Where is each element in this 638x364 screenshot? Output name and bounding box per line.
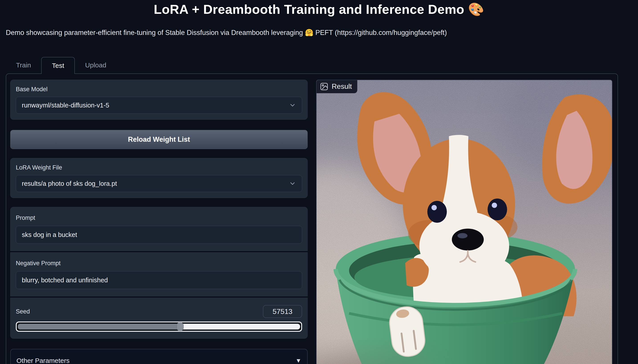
prompt-form: Prompt sks dog in a bucket Negative Prom… xyxy=(10,207,308,339)
result-badge: Result xyxy=(317,80,357,93)
seed-section: Seed xyxy=(10,298,308,339)
page-description: Demo showcasing parameter-efficient fine… xyxy=(6,28,638,37)
accordion-arrow-icon: ▼ xyxy=(295,357,301,364)
result-image[interactable]: Result xyxy=(316,80,612,364)
image-icon xyxy=(320,82,328,90)
chevron-down-icon xyxy=(289,180,296,187)
lora-weight-file-value: results/a photo of sks dog_lora.pt xyxy=(22,180,289,187)
reload-weight-list-button[interactable]: Reload Weight List xyxy=(10,130,308,149)
generated-dog-image xyxy=(317,80,612,364)
page-title: LoRA + Dreambooth Training and Inference… xyxy=(0,0,638,17)
seed-slider-thumb[interactable] xyxy=(177,322,184,331)
seed-slider[interactable] xyxy=(16,322,302,332)
prompt-label: Prompt xyxy=(16,214,302,222)
negative-prompt-label: Negative Prompt xyxy=(16,260,302,267)
tab-bar: Train Test Upload xyxy=(6,56,638,74)
prompt-section: Prompt sks dog in a bucket xyxy=(10,207,308,251)
tab-test[interactable]: Test xyxy=(41,57,75,74)
other-parameters-header[interactable]: Other Parameters ▼ xyxy=(17,357,301,364)
lora-weight-file-label: LoRA Weight File xyxy=(16,164,302,171)
seed-label: Seed xyxy=(16,308,30,315)
seed-slider-track[interactable] xyxy=(18,324,300,330)
base-model-dropdown[interactable]: runwayml/stable-diffusion-v1-5 xyxy=(16,97,302,114)
tab-upload[interactable]: Upload xyxy=(75,57,117,74)
base-model-value: runwayml/stable-diffusion-v1-5 xyxy=(22,102,289,109)
tab-train[interactable]: Train xyxy=(6,57,41,74)
base-model-group: Base Model runwayml/stable-diffusion-v1-… xyxy=(10,80,308,120)
other-parameters-label: Other Parameters xyxy=(17,357,70,364)
chevron-down-icon xyxy=(289,102,296,109)
other-parameters-accordion: Other Parameters ▼ xyxy=(10,349,308,364)
lora-weight-file-group: LoRA Weight File results/a photo of sks … xyxy=(10,158,308,198)
base-model-label: Base Model xyxy=(16,86,302,93)
seed-slider-fill xyxy=(18,324,180,330)
negative-prompt-section: Negative Prompt blurry, botched and unfi… xyxy=(10,252,308,296)
lora-weight-file-dropdown[interactable]: results/a photo of sks dog_lora.pt xyxy=(16,175,302,192)
seed-number-input[interactable] xyxy=(263,305,302,318)
result-column: Result xyxy=(316,80,613,364)
prompt-input[interactable]: sks dog in a bucket xyxy=(16,226,302,244)
result-label: Result xyxy=(332,82,352,90)
test-tab-panel: Base Model runwayml/stable-diffusion-v1-… xyxy=(6,74,618,364)
negative-prompt-input[interactable]: blurry, botched and unfinished xyxy=(16,271,302,289)
controls-column: Base Model runwayml/stable-diffusion-v1-… xyxy=(10,80,308,364)
